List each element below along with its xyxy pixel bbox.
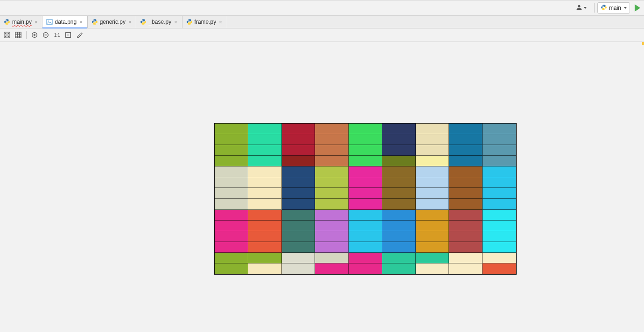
grid-cell bbox=[315, 242, 349, 253]
close-icon[interactable]: × bbox=[127, 19, 132, 25]
grid-cell bbox=[449, 156, 483, 166]
grid-cell bbox=[449, 221, 483, 231]
grid-cell bbox=[382, 253, 416, 263]
grid-cell bbox=[315, 166, 349, 177]
python-file-icon bbox=[4, 19, 10, 25]
grid-cell bbox=[315, 134, 349, 145]
grid-cell bbox=[416, 124, 449, 134]
tab-base[interactable]: _base.py× bbox=[136, 16, 182, 28]
close-icon[interactable]: × bbox=[78, 19, 83, 25]
grid-cell bbox=[416, 145, 449, 156]
grid-cell bbox=[248, 199, 282, 209]
run-button[interactable] bbox=[635, 4, 640, 12]
grid-cell bbox=[382, 156, 416, 166]
grid-cell bbox=[483, 231, 516, 242]
grid-cell bbox=[349, 242, 382, 253]
grid-cell bbox=[248, 221, 282, 231]
grid-cell bbox=[215, 156, 248, 166]
color-picker-button[interactable] bbox=[74, 30, 84, 40]
image-viewer-toolbar: 1:1 bbox=[0, 28, 644, 42]
grid-cell bbox=[315, 188, 349, 199]
grid-cell bbox=[282, 124, 315, 134]
grid-cell bbox=[349, 199, 382, 209]
grid-cell bbox=[483, 124, 516, 134]
grid-cell bbox=[382, 199, 416, 209]
grid-cell bbox=[349, 210, 382, 221]
grid-cell bbox=[416, 231, 449, 242]
zoom-in-button[interactable] bbox=[29, 30, 40, 40]
separator bbox=[26, 31, 27, 39]
grid-cell bbox=[349, 124, 382, 134]
grid-cell bbox=[282, 199, 315, 209]
grid-cell bbox=[215, 221, 248, 231]
grid-cell bbox=[349, 188, 382, 199]
grid-cell bbox=[449, 177, 483, 188]
chevron-down-icon bbox=[624, 7, 627, 9]
grid-toggle-button[interactable] bbox=[13, 30, 23, 40]
tab-frame[interactable]: frame.py× bbox=[182, 16, 227, 28]
grid-cell bbox=[416, 177, 449, 188]
grid-cell bbox=[248, 156, 282, 166]
tab-main[interactable]: main.py× bbox=[0, 16, 42, 28]
grid-cell bbox=[349, 263, 382, 274]
grid-cell bbox=[248, 210, 282, 221]
grid-cell bbox=[483, 242, 516, 253]
fit-to-screen-button[interactable] bbox=[63, 30, 73, 40]
grid-cell bbox=[248, 166, 282, 177]
top-toolbar: main bbox=[0, 0, 644, 16]
grid-cell bbox=[248, 188, 282, 199]
tab-label: main.py bbox=[12, 19, 32, 25]
grid-cell bbox=[449, 199, 483, 209]
grid-cell bbox=[483, 210, 516, 221]
grid-cell bbox=[483, 166, 516, 177]
tab-generic[interactable]: generic.py× bbox=[88, 16, 137, 28]
chevron-down-icon bbox=[584, 7, 587, 9]
grid-cell bbox=[215, 210, 248, 221]
grid-cell bbox=[449, 134, 483, 145]
grid-cell bbox=[215, 199, 248, 209]
grid-cell bbox=[315, 177, 349, 188]
grid-cell bbox=[449, 253, 483, 263]
grid-cell bbox=[483, 156, 516, 166]
close-icon[interactable]: × bbox=[218, 19, 223, 25]
grid-cell bbox=[282, 253, 315, 263]
python-file-icon bbox=[140, 19, 147, 25]
svg-rect-0 bbox=[47, 20, 52, 25]
grid-cell bbox=[416, 166, 449, 177]
close-icon[interactable]: × bbox=[34, 19, 38, 25]
user-icon bbox=[575, 4, 583, 13]
grid-cell bbox=[382, 263, 416, 274]
grid-cell bbox=[416, 134, 449, 145]
tab-data[interactable]: data.png× bbox=[42, 16, 87, 28]
grid-cell bbox=[215, 145, 248, 156]
grid-cell bbox=[282, 177, 315, 188]
grid-cell bbox=[315, 199, 349, 209]
grid-cell bbox=[215, 177, 248, 188]
user-menu-button[interactable] bbox=[574, 3, 588, 14]
grid-cell bbox=[215, 134, 248, 145]
tab-label: data.png bbox=[55, 19, 77, 25]
grid-cell bbox=[416, 188, 449, 199]
grid-cell bbox=[215, 124, 248, 134]
grid-cell bbox=[483, 188, 516, 199]
grid-cell bbox=[215, 242, 248, 253]
grid-cell bbox=[449, 263, 483, 274]
run-configuration-selector[interactable]: main bbox=[597, 2, 630, 14]
zoom-out-button[interactable] bbox=[41, 30, 51, 40]
grid-cell bbox=[248, 263, 282, 274]
grid-cell bbox=[416, 242, 449, 253]
grid-cell bbox=[416, 253, 449, 263]
grid-cell bbox=[449, 145, 483, 156]
fit-window-button[interactable] bbox=[2, 30, 12, 40]
grid-cell bbox=[282, 221, 315, 231]
grid-cell bbox=[483, 263, 516, 274]
grid-cell bbox=[248, 124, 282, 134]
image-canvas-area[interactable] bbox=[0, 42, 644, 332]
gutter-marker bbox=[642, 42, 644, 45]
grid-cell bbox=[483, 199, 516, 209]
grid-cell bbox=[215, 263, 248, 274]
grid-cell bbox=[248, 145, 282, 156]
grid-cell bbox=[483, 177, 516, 188]
actual-size-button[interactable]: 1:1 bbox=[52, 30, 62, 40]
close-icon[interactable]: × bbox=[173, 19, 178, 25]
